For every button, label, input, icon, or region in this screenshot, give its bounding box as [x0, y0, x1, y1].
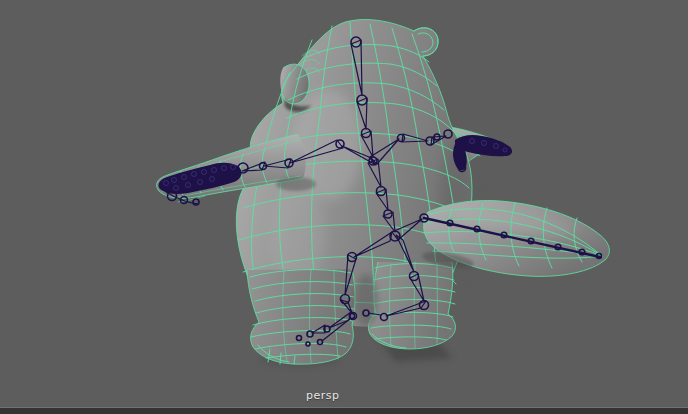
3d-viewport[interactable]: persp [0, 0, 688, 414]
viewport-bottom-bar [0, 408, 688, 414]
left-leg-mesh[interactable] [247, 269, 355, 364]
camera-name-label: persp [306, 389, 340, 402]
viewport-canvas[interactable] [0, 0, 688, 414]
